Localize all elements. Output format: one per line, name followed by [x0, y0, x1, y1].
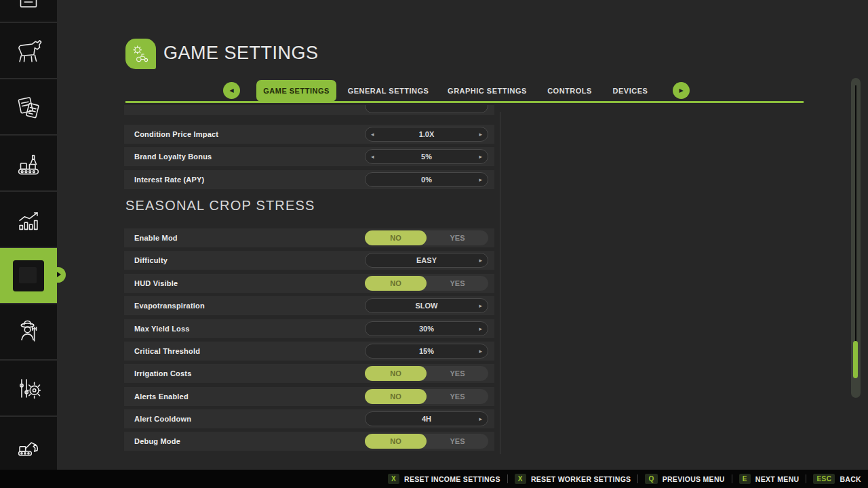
sidebar-item-contracts[interactable]	[0, 78, 57, 134]
toggle-irrigation-costs[interactable]: NO YES	[365, 366, 488, 381]
row-max-yield-loss[interactable]: Max Yield Loss 30% ▸	[124, 319, 494, 338]
setting-label: Condition Price Impact	[134, 125, 218, 144]
clipped-selector[interactable]	[365, 105, 488, 113]
sidebar-item-seasonal-crop-stress-active[interactable]	[0, 247, 57, 303]
setting-label: Critical Threshold	[134, 342, 200, 361]
row-condition-price-impact[interactable]: Condition Price Impact ◂ 1.0X ▸	[124, 125, 494, 144]
setting-label: Brand Loyalty Bonus	[134, 147, 212, 166]
contracts-documents-icon	[13, 92, 44, 123]
setting-label: Irrigation Costs	[134, 364, 192, 383]
stepper-brand-loyalty-bonus[interactable]: ◂ 5% ▸	[365, 149, 488, 164]
setting-label: Debug Mode	[134, 432, 180, 451]
row-hud-visible[interactable]: HUD Visible NO YES	[124, 274, 494, 293]
stepper-max-yield-loss[interactable]: 30% ▸	[365, 321, 488, 336]
action-label: RESET INCOME SETTINGS	[404, 475, 500, 483]
stepper-evapotranspiration[interactable]: SLOW ▸	[365, 298, 488, 313]
row-alerts-enabled[interactable]: Alerts Enabled NO YES	[124, 387, 494, 406]
toggle-option-yes[interactable]: YES	[427, 366, 488, 381]
row-alert-cooldown[interactable]: Alert Cooldown 4H ▸	[124, 409, 494, 428]
toggle-option-no[interactable]: NO	[365, 389, 427, 404]
farmer-workers-icon	[13, 317, 44, 348]
content-scrollbar-track[interactable]	[500, 112, 500, 454]
toggle-option-no[interactable]: NO	[365, 230, 427, 245]
row-debug-mode[interactable]: Debug Mode NO YES	[124, 432, 494, 451]
row-enable-mod[interactable]: Enable Mod NO YES	[124, 228, 494, 247]
divider	[637, 474, 638, 483]
reset-worker-settings-button[interactable]: X RESET WORKER SETTINGS	[515, 474, 631, 484]
setting-label: Alert Cooldown	[134, 409, 191, 428]
stepper-difficulty[interactable]: EASY ▸	[365, 253, 488, 268]
key-e-icon: E	[739, 474, 751, 484]
right-scrollbar-track[interactable]	[855, 85, 856, 342]
stepper-right-icon[interactable]: ▸	[479, 412, 482, 426]
toggle-option-no[interactable]: NO	[365, 434, 427, 449]
cut-off-icon	[13, 0, 44, 9]
stepper-right-icon[interactable]: ▸	[479, 127, 482, 141]
stepper-right-icon[interactable]: ▸	[479, 173, 482, 186]
tab-general-settings[interactable]: GENERAL SETTINGS	[339, 80, 437, 102]
toggle-option-no[interactable]: NO	[365, 276, 427, 291]
setting-value: SLOW	[366, 299, 488, 312]
stepper-right-icon[interactable]: ▸	[479, 253, 482, 267]
toggle-option-yes[interactable]: YES	[427, 230, 488, 245]
setting-label: Difficulty	[134, 251, 167, 270]
page-title: GAME SETTINGS	[163, 43, 319, 64]
tab-game-settings[interactable]: GAME SETTINGS	[256, 80, 336, 102]
toggle-hud-visible[interactable]: NO YES	[365, 276, 488, 291]
action-label: NEXT MENU	[755, 475, 800, 483]
back-button[interactable]: ESC BACK	[813, 474, 861, 484]
sidebar-item-production[interactable]	[0, 134, 57, 190]
divider	[732, 474, 732, 483]
setting-value: EASY	[366, 253, 488, 267]
tabs-prev-button[interactable]: ◀	[223, 82, 240, 99]
keybind-bar: X RESET INCOME SETTINGS X RESET WORKER S…	[0, 470, 868, 488]
right-scrollbar-thumb[interactable]	[853, 341, 858, 378]
stepper-right-icon[interactable]: ▸	[479, 299, 482, 312]
tab-graphic-settings[interactable]: GRAPHIC SETTINGS	[444, 80, 530, 102]
table-row-clipped[interactable]	[124, 105, 494, 115]
row-difficulty[interactable]: Difficulty EASY ▸	[124, 251, 494, 270]
mod-active-icon	[13, 260, 44, 291]
setting-label: Alerts Enabled	[134, 387, 189, 406]
tabs-next-button[interactable]: ▶	[673, 82, 690, 99]
sidebar-item-construction[interactable]	[0, 415, 57, 472]
toggle-enable-mod[interactable]: NO YES	[365, 230, 488, 245]
sidebar-item-settings[interactable]	[0, 359, 57, 415]
setting-label: Max Yield Loss	[134, 319, 190, 338]
toggle-option-yes[interactable]: YES	[427, 389, 488, 404]
tab-devices[interactable]: DEVICES	[608, 80, 652, 102]
sidebar-item-cutoff[interactable]	[0, 0, 57, 20]
toggle-option-yes[interactable]: YES	[427, 434, 488, 449]
previous-menu-button[interactable]: Q PREVIOUS MENU	[645, 474, 724, 484]
key-x-icon: X	[515, 474, 526, 484]
game-settings-screen: GAME SETTINGS ◀ GAME SETTINGS GENERAL SE…	[0, 0, 868, 488]
setting-label: Enable Mod	[134, 228, 178, 247]
stepper-right-icon[interactable]: ▸	[479, 322, 482, 336]
sidebar-item-animals[interactable]	[0, 22, 57, 78]
row-brand-loyalty-bonus[interactable]: Brand Loyalty Bonus ◂ 5% ▸	[124, 147, 494, 166]
tab-controls[interactable]: CONTROLS	[542, 80, 597, 102]
action-label: BACK	[840, 475, 861, 483]
row-evapotranspiration[interactable]: Evapotranspiration SLOW ▸	[124, 296, 494, 315]
toggle-option-no[interactable]: NO	[365, 366, 427, 381]
toggle-debug-mode[interactable]: NO YES	[365, 434, 488, 449]
stepper-right-icon[interactable]: ▸	[479, 150, 482, 163]
reset-income-settings-button[interactable]: X RESET INCOME SETTINGS	[388, 474, 500, 484]
next-menu-button[interactable]: E NEXT MENU	[739, 474, 800, 484]
stepper-critical-threshold[interactable]: 15% ▸	[365, 344, 488, 359]
sidebar	[0, 0, 57, 470]
stepper-right-icon[interactable]: ▸	[479, 344, 482, 358]
toggle-alerts-enabled[interactable]: NO YES	[365, 389, 488, 404]
stepper-alert-cooldown[interactable]: 4H ▸	[365, 411, 488, 426]
stepper-interest-rate[interactable]: 0% ▸	[365, 172, 488, 187]
sidebar-item-workers[interactable]	[0, 303, 57, 359]
row-irrigation-costs[interactable]: Irrigation Costs NO YES	[124, 364, 494, 383]
key-esc-icon: ESC	[813, 474, 835, 484]
setting-value: 15%	[366, 344, 488, 358]
stepper-condition-price-impact[interactable]: ◂ 1.0X ▸	[365, 127, 488, 142]
sidebar-item-statistics[interactable]	[0, 190, 57, 247]
setting-value: 5%	[366, 150, 488, 163]
row-critical-threshold[interactable]: Critical Threshold 15% ▸	[124, 342, 494, 361]
row-interest-rate[interactable]: Interest Rate (APY) 0% ▸	[124, 170, 494, 189]
toggle-option-yes[interactable]: YES	[427, 276, 488, 291]
